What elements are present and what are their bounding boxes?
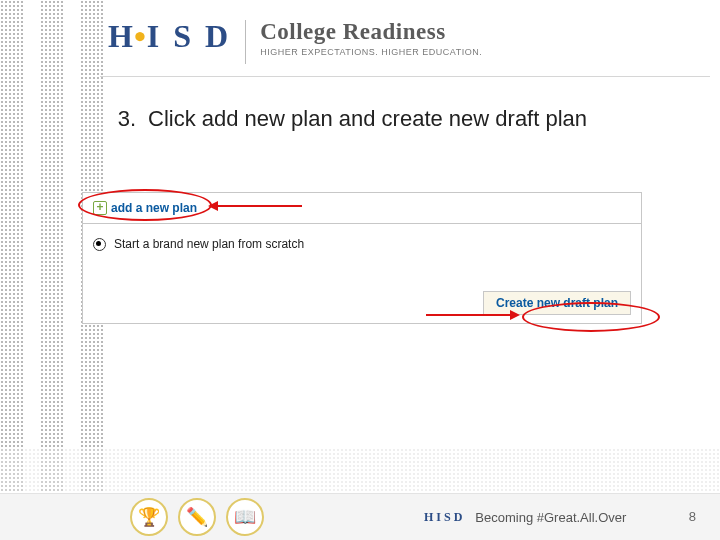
page-title: College Readiness [260, 19, 482, 45]
divider [245, 20, 246, 64]
annotation-oval [522, 302, 660, 332]
instruction-step: 3. Click add new plan and create new dra… [112, 104, 587, 134]
radio-label: Start a brand new plan from scratch [114, 237, 304, 251]
divider [83, 223, 641, 224]
footer-motto: Becoming #Great.All.Over [475, 510, 626, 525]
book-icon: 📖 [226, 498, 264, 536]
plan-option-radio[interactable]: Start a brand new plan from scratch [93, 237, 304, 251]
annotation-arrow [426, 314, 512, 316]
step-number: 3. [112, 104, 136, 134]
slide-footer: 🏆 ✏️ 📖 HISD Becoming #Great.All.Over [0, 493, 720, 540]
step-text: Click add new plan and create new draft … [148, 104, 587, 134]
divider [100, 76, 710, 77]
brand-logo: H•I S D College Readiness HIGHER EXPECTA… [108, 18, 482, 64]
badge-row: 🏆 ✏️ 📖 [130, 498, 264, 536]
page-number: 8 [689, 509, 696, 524]
annotation-oval [78, 189, 212, 221]
radio-icon [93, 238, 106, 251]
trophy-icon: 🏆 [130, 498, 168, 536]
footer-brand: HISD [424, 510, 465, 525]
brand-mark: H•I S D [108, 18, 231, 55]
brand-tagline: HIGHER EXPECTATIONS. HIGHER EDUCATION. [260, 47, 482, 57]
pencil-icon: ✏️ [178, 498, 216, 536]
annotation-arrow [216, 205, 302, 207]
